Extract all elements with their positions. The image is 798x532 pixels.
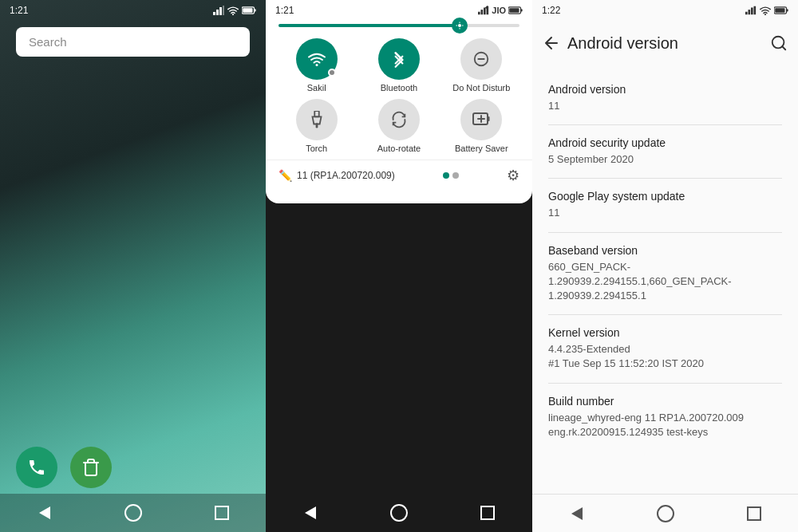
av-play-update-value: 11 — [548, 206, 782, 220]
qs-tile-torch[interactable]: Torch — [279, 99, 354, 153]
av-back-nav[interactable] — [567, 504, 587, 523]
av-build-value: lineage_whyred-eng 11 RP1A.200720.009 en… — [548, 411, 782, 439]
svg-rect-7 — [243, 8, 252, 13]
qs-home-button[interactable] — [389, 503, 409, 522]
av-security-value: 5 September 2020 — [548, 152, 782, 167]
svg-rect-29 — [488, 116, 490, 121]
qs-footer: ✏️ 11 (RP1A.200720.009) ⚙ — [266, 160, 532, 191]
brightness-thumb[interactable] — [452, 18, 468, 33]
app-trash[interactable] — [70, 447, 112, 488]
signal-icon — [213, 6, 224, 15]
qs-tile-dnd-label: Do Not Disturb — [452, 83, 510, 93]
home-home-button[interactable] — [124, 503, 143, 522]
av-version-value: 11 — [548, 99, 782, 113]
dnd-tile-icon[interactable] — [460, 38, 502, 80]
svg-point-4 — [232, 14, 234, 15]
av-back-button[interactable] — [535, 27, 567, 59]
home-time: 1:21 — [10, 5, 28, 16]
qs-back-button[interactable] — [301, 503, 320, 522]
torch-tile-icon[interactable] — [296, 99, 338, 140]
qs-version-label: 11 (RP1A.200720.009) — [297, 170, 395, 181]
qs-tile-battery-label: Battery Saver — [455, 144, 508, 153]
battery-icon-home — [242, 6, 256, 15]
qs-tile-bluetooth[interactable]: Bluetooth — [361, 38, 437, 93]
av-page-title: Android version — [567, 34, 763, 53]
qs-tile-wifi[interactable]: Sakil — [279, 38, 354, 93]
qs-dot-1 — [443, 172, 449, 179]
svg-rect-8 — [478, 12, 480, 15]
battery-icon-qs — [508, 6, 523, 15]
av-kernel-label: Kernel version — [548, 326, 782, 339]
svg-rect-34 — [751, 8, 753, 15]
qs-tile-dnd[interactable]: Do Not Disturb — [444, 38, 519, 93]
wifi-icon-av — [760, 6, 771, 15]
av-content-list: Android version 11 Android security upda… — [532, 65, 798, 494]
svg-rect-3 — [223, 6, 224, 15]
av-recents-nav[interactable] — [745, 504, 764, 523]
home-back-button[interactable] — [35, 503, 54, 522]
home-status-icons — [213, 6, 256, 15]
qs-network-icons: JIO — [478, 6, 523, 15]
status-bar-home: 1:21 — [0, 0, 266, 21]
home-recents-button[interactable] — [212, 503, 231, 522]
battery-icon-av — [774, 6, 788, 15]
home-screen: 1:21 Search — [0, 0, 266, 532]
qs-card: 1:21 JIO — [266, 0, 532, 203]
qs-wallpaper-dark — [266, 203, 532, 532]
svg-rect-26 — [314, 111, 319, 116]
qs-edit-icon[interactable]: ✏️ — [279, 169, 292, 182]
qs-tile-rotate-label: Auto-rotate — [377, 144, 421, 153]
av-search-button[interactable] — [763, 27, 795, 59]
av-header: Android version — [532, 21, 798, 65]
qs-recents-button[interactable] — [478, 503, 497, 522]
av-item-build: Build number lineage_whyred-eng 11 RP1A.… — [532, 384, 798, 451]
qs-tiles-grid: Sakil Bluetooth — [266, 32, 532, 160]
bluetooth-tile-icon[interactable] — [378, 38, 420, 80]
av-version-label: Android version — [548, 83, 782, 96]
batterysaver-tile-icon[interactable] — [460, 99, 502, 140]
qs-navigation-bar — [266, 494, 532, 532]
av-baseband-label: Baseband version — [548, 244, 782, 257]
qs-tile-wifi-label: Sakil — [307, 83, 326, 93]
av-item-version: Android version 11 — [532, 72, 798, 124]
av-home-nav[interactable] — [656, 504, 675, 523]
qs-footer-left: ✏️ 11 (RP1A.200720.009) — [279, 169, 395, 182]
status-bar-qs: 1:21 JIO — [266, 0, 532, 19]
av-status-icons — [745, 6, 788, 15]
search-bar[interactable]: Search — [16, 27, 250, 57]
av-play-update-label: Google Play system update — [548, 190, 782, 203]
svg-rect-10 — [484, 8, 486, 15]
svg-rect-0 — [213, 12, 215, 15]
qs-settings-icon[interactable]: ⚙ — [507, 167, 519, 184]
qs-carrier: JIO — [492, 6, 506, 15]
wifi-tile-icon[interactable] — [296, 38, 338, 80]
wifi-icon-home — [227, 6, 239, 15]
av-security-label: Android security update — [548, 136, 782, 149]
signal-icon-av — [745, 6, 757, 15]
svg-rect-39 — [775, 8, 784, 13]
wifi-active-dot — [328, 69, 336, 77]
svg-point-21 — [315, 64, 318, 66]
brightness-track[interactable] — [279, 24, 519, 27]
status-bar-av: 1:22 — [532, 0, 798, 21]
svg-point-16 — [458, 24, 461, 27]
svg-rect-2 — [219, 7, 222, 15]
app-phone[interactable] — [16, 447, 57, 488]
brightness-fill — [279, 24, 460, 27]
svg-rect-38 — [787, 9, 788, 11]
autorotate-tile-icon[interactable] — [378, 99, 420, 140]
qs-tile-autorotate[interactable]: Auto-rotate — [361, 99, 437, 153]
av-time: 1:22 — [542, 5, 560, 16]
av-item-baseband: Baseband version 660_GEN_PACK-1.290939.2… — [532, 233, 798, 315]
search-placeholder: Search — [29, 35, 67, 49]
qs-tile-batterysaver[interactable]: Battery Saver — [444, 99, 519, 153]
av-navigation-bar — [532, 494, 798, 532]
svg-rect-6 — [255, 9, 256, 11]
svg-rect-1 — [216, 10, 219, 15]
qs-tile-bt-label: Bluetooth — [381, 83, 417, 93]
qs-dot-2 — [452, 172, 459, 179]
brightness-slider-row[interactable] — [266, 19, 532, 32]
svg-rect-14 — [521, 9, 523, 11]
quick-settings-panel: 1:21 JIO — [266, 0, 532, 532]
av-kernel-value: 4.4.235-Extended #1 Tue Sep 15 11:52:20 … — [548, 342, 782, 371]
